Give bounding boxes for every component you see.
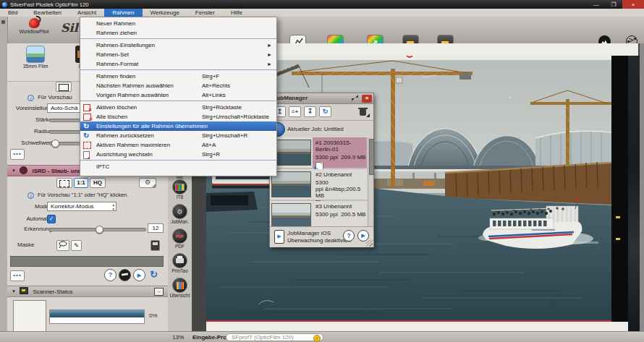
erkennung-row: Erkennung 12 bbox=[7, 224, 168, 234]
isrd-settings-button[interactable]: ⚙ bbox=[139, 178, 156, 188]
minimize-button[interactable]: — bbox=[588, 0, 605, 9]
menu-item-rahmen-maximieren[interactable]: Aktiven Rahmen maximierenAlt+A bbox=[80, 140, 276, 150]
menu-item-ausrichtung-wechseln[interactable]: Ausrichtung wechselnStrg+R bbox=[80, 150, 276, 159]
jobmanager-toolbar: ↥ ≡+ ↧ ↻ bbox=[270, 104, 373, 121]
corner-fold bbox=[152, 184, 156, 187]
frame-rotate-handle[interactable] bbox=[406, 56, 413, 58]
dock-item-uebersicht[interactable]: Übersicht bbox=[168, 278, 192, 298]
close-button[interactable]: × bbox=[622, 0, 644, 9]
input-profile-field[interactable]: SFprofT (OpticFilm 120) i bbox=[226, 333, 323, 341]
menubar-item-hilfe[interactable]: Hilfe bbox=[223, 9, 250, 17]
isrd-empty-bar bbox=[10, 256, 164, 267]
isrd-hq-button[interactable]: HQ bbox=[90, 178, 106, 188]
menu-item-neuer-rahmen[interactable]: Neuer Rahmen bbox=[80, 19, 276, 28]
workflowpilot-icon bbox=[29, 18, 40, 28]
menubar-item-fenster[interactable]: Fenster bbox=[187, 9, 223, 17]
erkennung-value[interactable]: 12 bbox=[148, 223, 164, 233]
ios-title: JobManager iOS bbox=[287, 230, 331, 236]
job-refresh-button[interactable]: ↻ bbox=[319, 106, 331, 117]
film-edge-bottom bbox=[206, 322, 638, 331]
job-info: #3 Unbenannt 5300 ppi 200.5 MB bbox=[313, 201, 367, 226]
maske-lasso-button[interactable] bbox=[56, 240, 69, 251]
it8-icon bbox=[172, 179, 187, 194]
reset-frame-icon: ↻ bbox=[83, 132, 92, 140]
modus-dropdown[interactable]: Korrektur-Modus▴▾ bbox=[47, 202, 116, 211]
dock-item-it8[interactable]: IT8 bbox=[168, 179, 192, 200]
maske-pen-button[interactable]: ✎ bbox=[71, 240, 82, 251]
titlebar: SilverFast Plustek OpticFilm 120 — ❐ × bbox=[0, 0, 644, 9]
scanner-status-header[interactable]: ▼ Scanner-Status → bbox=[7, 286, 168, 297]
job-import-button[interactable]: ↧ bbox=[304, 106, 316, 117]
frame-tool-button[interactable] bbox=[56, 82, 72, 92]
change-orientation-icon bbox=[83, 151, 92, 158]
menu-item-naechsten-rahmen[interactable]: Nächsten Rahmen auswählenAlt+Rechts bbox=[80, 81, 276, 90]
menu-item-rahmen-finden[interactable]: Rahmen findenStrg+F bbox=[80, 72, 276, 81]
ios-help-button[interactable]: ? bbox=[343, 230, 355, 241]
silverfast-window: SilverFast Plustek OpticFilm 120 — ❐ × B… bbox=[0, 0, 644, 342]
menubar-item-rahmen[interactable]: Rahmen bbox=[104, 9, 142, 17]
menubar-item-bild[interactable]: Bild bbox=[0, 9, 25, 17]
menu-item-iptc[interactable]: IPTC bbox=[80, 162, 276, 171]
export-arrow-icon[interactable]: → bbox=[154, 288, 164, 296]
job-row-2[interactable]: #2 Unbenannt 5300 ppi &n4bsp;200.5 MB bbox=[270, 169, 373, 201]
ios-status: Überwachung deaktiviert bbox=[287, 237, 351, 244]
overview-icon bbox=[172, 278, 187, 293]
menu-item-vorigen-rahmen[interactable]: Vorigen Rahmen auswählenAlt+Links bbox=[80, 90, 276, 100]
menu-item-rahmen-ziehen[interactable]: Rahmen ziehen bbox=[80, 28, 276, 38]
isrd-info-text: Für Vorschau "1:1" oder "HQ" klicken. bbox=[38, 192, 128, 198]
delete-all-frames-icon bbox=[83, 114, 92, 121]
maske-dark-button[interactable] bbox=[151, 240, 160, 251]
isrd-frame-preview-button[interactable] bbox=[56, 178, 72, 188]
menu-item-rahmen-einstellungen[interactable]: Rahmen-Einstellungen► bbox=[80, 40, 276, 50]
menubar-item-werkzeuge[interactable]: Werkzeuge bbox=[143, 9, 187, 17]
dock-item-jobmanager[interactable]: ⚙ JobMan. bbox=[168, 204, 192, 224]
isrd-reset-button[interactable]: ↻ bbox=[148, 269, 160, 281]
job-add-button[interactable]: ≡+ bbox=[289, 106, 301, 117]
dock-item-printao[interactable]: PrinTao bbox=[168, 253, 192, 273]
isrd-tutorial-button[interactable] bbox=[119, 269, 131, 281]
menu-item-rahmen-format[interactable]: Rahmen-Format► bbox=[80, 59, 276, 69]
job-thumbnail bbox=[271, 140, 311, 166]
workflowpilot-button[interactable]: WorkflowPilot bbox=[9, 18, 59, 34]
preset-expert-button[interactable]: ••• bbox=[10, 149, 25, 160]
job-thumbnail bbox=[271, 171, 311, 197]
preview-hint-text: Für Vorschau bbox=[38, 94, 72, 101]
job-info: #1 20030315-Berlin-01 5300 ppi 209.9 MB bbox=[313, 137, 367, 168]
maximize-frame-icon bbox=[83, 142, 92, 149]
menu-item-alle-loeschen[interactable]: Alle löschenStrg+Umschalt+Rücktaste bbox=[80, 112, 276, 121]
apply-to-all-frames-icon: ↻ bbox=[83, 123, 92, 130]
35mm-film-icon bbox=[26, 46, 45, 63]
dock-item-pdf[interactable]: PDF PDF bbox=[168, 228, 192, 249]
jobmanager-expand-icon[interactable] bbox=[352, 95, 358, 101]
profile-info-icon[interactable]: i bbox=[313, 335, 321, 342]
preview-right-edge bbox=[640, 43, 644, 331]
film-type-35mm[interactable]: 35mm Film bbox=[13, 46, 58, 69]
menu-item-rahmen-zuruecksetzen[interactable]: ↻ Rahmen zurücksetzenStrg+Umschalt+R bbox=[80, 131, 276, 140]
erkennung-slider[interactable] bbox=[49, 228, 146, 231]
job-thumbnail bbox=[271, 203, 311, 226]
automatik-checkbox[interactable]: ✓ bbox=[47, 215, 56, 223]
zoom-level[interactable]: 13% bbox=[172, 334, 184, 341]
pdf-icon: PDF bbox=[172, 228, 187, 244]
maximize-button[interactable]: ❐ bbox=[605, 0, 622, 9]
resize-grip[interactable] bbox=[366, 240, 373, 247]
menu-item-einstellungen-uebernehmen[interactable]: ↻ Einstellungen für alle Rahmen übernehm… bbox=[80, 121, 276, 131]
app-icon bbox=[2, 2, 7, 7]
isrd-play-button[interactable]: ▶ bbox=[133, 269, 145, 281]
job-list-scrollbar[interactable] bbox=[368, 137, 373, 226]
menubar-item-ansicht[interactable]: Ansicht bbox=[69, 9, 104, 17]
delete-frame-icon bbox=[83, 104, 92, 111]
job-row-3[interactable]: #3 Unbenannt 5300 ppi 200.5 MB bbox=[270, 201, 373, 226]
isrd-expert-button[interactable]: ••• bbox=[10, 270, 25, 281]
window-title: SilverFast Plustek OpticFilm 120 bbox=[10, 1, 88, 8]
menu-item-aktiven-loeschen[interactable]: Aktiven löschenStrg+Rücktaste bbox=[80, 103, 276, 112]
job-delete-button[interactable] bbox=[357, 106, 370, 117]
pin-icon[interactable] bbox=[1, 20, 5, 24]
job-row-1[interactable]: #1 20030315-Berlin-01 5300 ppi 209.9 MB bbox=[270, 137, 373, 169]
jobmanager-close-button[interactable]: × bbox=[362, 95, 372, 103]
menu-item-rahmen-set[interactable]: Rahmen-Set► bbox=[80, 50, 276, 59]
jobmanager-titlebar[interactable]: JobManager × bbox=[270, 93, 373, 104]
menubar-item-bearbeiten[interactable]: Bearbeiten bbox=[25, 9, 69, 17]
isrd-help-button[interactable]: ? bbox=[104, 269, 116, 281]
isrd-1to1-button[interactable]: 1:1 bbox=[74, 178, 88, 188]
